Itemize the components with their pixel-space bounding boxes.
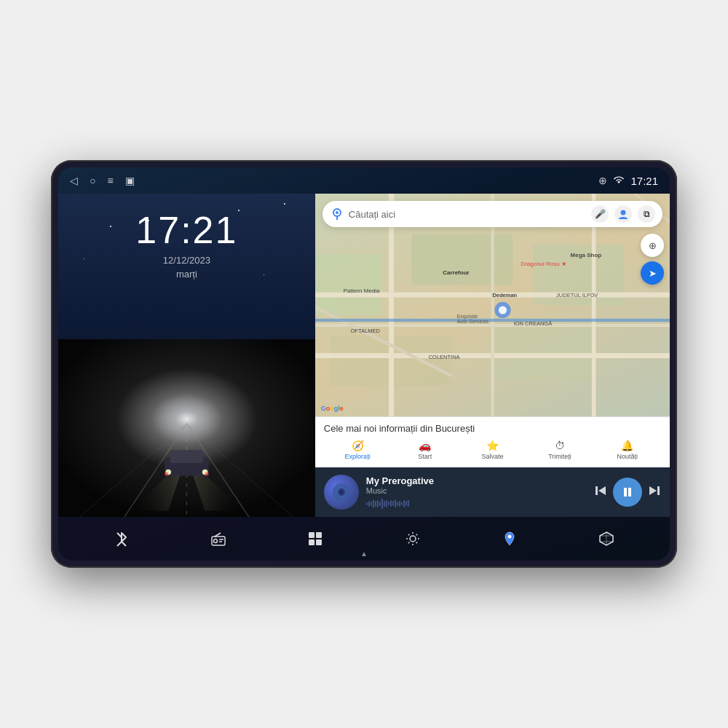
tab-news-label: Noutăți xyxy=(617,453,638,460)
map-label-carrefour: Carrefour xyxy=(443,269,469,276)
svg-rect-49 xyxy=(309,532,314,538)
start-icon: 🚗 xyxy=(419,440,431,451)
locate-me-button[interactable]: ⊕ xyxy=(641,234,664,257)
map-label-mega-shop: Mega Shop xyxy=(571,252,602,258)
clock-time: 17:21 xyxy=(135,208,237,252)
map-label-ilfov: JUDEȚUL ILFOV xyxy=(556,292,598,298)
tab-start[interactable]: 🚗 Start xyxy=(391,438,459,462)
navigate-button[interactable]: ➤ xyxy=(641,261,664,285)
bluetooth-button[interactable] xyxy=(108,526,135,552)
map-label-dedeman: Dedeman xyxy=(492,292,517,298)
main-content: 17:21 12/12/2023 marți xyxy=(58,194,670,517)
svg-rect-41 xyxy=(628,488,631,496)
map-label-colentina: COLENTINA xyxy=(429,354,460,360)
nav-buttons: ◁ ○ ≡ ▣ xyxy=(70,175,135,186)
map-label-exquisite: ExquisiteAuto Services xyxy=(457,314,488,324)
screen-icon[interactable]: ▣ xyxy=(125,175,135,186)
google-logo: Google xyxy=(321,405,344,412)
music-waveform xyxy=(366,498,587,510)
music-controls xyxy=(594,478,661,507)
info-section: Cele mai noi informații din București 🧭 … xyxy=(315,416,670,467)
svg-point-53 xyxy=(410,536,416,542)
svg-point-45 xyxy=(213,539,217,543)
map-label-pattern: Pattern Media xyxy=(344,288,380,294)
search-placeholder[interactable]: Căutați aici xyxy=(349,209,591,220)
radio-button[interactable] xyxy=(205,526,232,552)
svg-point-13 xyxy=(205,472,209,475)
svg-point-33 xyxy=(336,211,339,214)
map-label-oftalmed: OFTALMED xyxy=(351,328,380,334)
svg-rect-40 xyxy=(624,488,627,496)
previous-button[interactable] xyxy=(594,484,607,500)
svg-point-54 xyxy=(507,535,511,539)
maps-button[interactable] xyxy=(496,526,523,552)
news-icon: 🔔 xyxy=(621,440,633,451)
svg-rect-50 xyxy=(316,532,322,538)
svg-rect-51 xyxy=(309,539,314,545)
svg-rect-15 xyxy=(315,254,381,314)
svg-rect-9 xyxy=(170,450,203,463)
svg-rect-52 xyxy=(316,539,322,545)
play-pause-button[interactable] xyxy=(613,478,642,507)
tab-explore[interactable]: 🧭 Explorați xyxy=(324,438,392,462)
map-label-dragon: Dragonul Roșu ★ xyxy=(521,261,566,267)
svg-marker-39 xyxy=(598,486,606,495)
map-search-bar[interactable]: Căutați aici 🎤 ⧉ xyxy=(323,201,662,227)
home-icon[interactable]: ○ xyxy=(90,175,95,186)
send-icon: ⏱ xyxy=(555,440,565,451)
status-bar: ◁ ○ ≡ ▣ ⊕ 17:21 xyxy=(58,167,670,194)
menu-icon[interactable]: ≡ xyxy=(107,175,113,186)
left-panel: 17:21 12/12/2023 marți xyxy=(58,194,315,517)
tab-news[interactable]: 🔔 Noutăți xyxy=(593,438,661,462)
settings-button[interactable] xyxy=(400,526,426,552)
status-time: 17:21 xyxy=(630,175,658,187)
apps-button[interactable] xyxy=(302,526,328,552)
map-label-ion-creanga: ION CREANGĂ xyxy=(514,320,553,327)
yandex-button[interactable] xyxy=(593,526,620,552)
clock-date: 12/12/2023 xyxy=(135,255,237,266)
tab-explore-label: Explorați xyxy=(345,453,371,460)
search-actions: 🎤 ⧉ xyxy=(591,205,655,223)
svg-rect-42 xyxy=(657,486,660,495)
clock-section: 17:21 12/12/2023 marți xyxy=(135,208,237,280)
right-panel: Pattern Media Carrefour Dragonul Roșu ★ … xyxy=(315,194,670,517)
music-title: My Prerogative xyxy=(366,475,587,486)
svg-point-12 xyxy=(165,472,168,475)
info-title: Cele mai noi informații din București xyxy=(324,423,661,434)
tab-start-label: Start xyxy=(418,453,432,460)
map-section[interactable]: Pattern Media Carrefour Dragonul Roșu ★ … xyxy=(315,194,670,416)
back-icon[interactable]: ◁ xyxy=(70,175,78,186)
chevron-up-icon: ▲ xyxy=(360,550,368,558)
svg-point-31 xyxy=(499,306,507,314)
wifi-icon xyxy=(613,175,625,186)
layers-icon[interactable]: ⧉ xyxy=(638,205,655,223)
explore-icon: 🧭 xyxy=(352,440,364,451)
tab-send-label: Trimiteți xyxy=(548,453,571,460)
map-controls: ⊕ ➤ xyxy=(641,234,664,285)
car-infotainment-device: ◁ ○ ≡ ▣ ⊕ 17:21 xyxy=(51,160,677,568)
device-screen: ◁ ○ ≡ ▣ ⊕ 17:21 xyxy=(58,167,670,561)
info-tabs: 🧭 Explorați 🚗 Start ⭐ Salvate ⏱ xyxy=(324,438,661,462)
tab-saved-label: Salvate xyxy=(481,453,503,460)
next-button[interactable] xyxy=(648,484,661,500)
music-player: My Prerogative Music xyxy=(315,467,670,517)
svg-point-37 xyxy=(340,491,343,494)
clock-day: marți xyxy=(135,269,237,280)
album-art xyxy=(324,475,359,510)
bottom-bar: ▲ xyxy=(58,517,670,561)
tab-send[interactable]: ⏱ Trimiteți xyxy=(526,438,594,462)
svg-rect-38 xyxy=(596,486,598,495)
account-icon[interactable] xyxy=(614,205,632,223)
status-icons: ⊕ 17:21 xyxy=(598,175,658,187)
location-icon: ⊕ xyxy=(598,175,607,186)
music-info: My Prerogative Music xyxy=(366,475,587,510)
svg-marker-43 xyxy=(649,486,657,495)
svg-point-34 xyxy=(621,210,626,215)
music-artist: Music xyxy=(366,486,587,495)
tab-saved[interactable]: ⭐ Salvate xyxy=(459,438,526,462)
car-tunnel-visual xyxy=(58,339,315,517)
microphone-icon[interactable]: 🎤 xyxy=(591,205,609,223)
svg-rect-16 xyxy=(411,234,513,285)
google-maps-icon xyxy=(330,207,344,221)
saved-icon: ⭐ xyxy=(486,440,499,451)
